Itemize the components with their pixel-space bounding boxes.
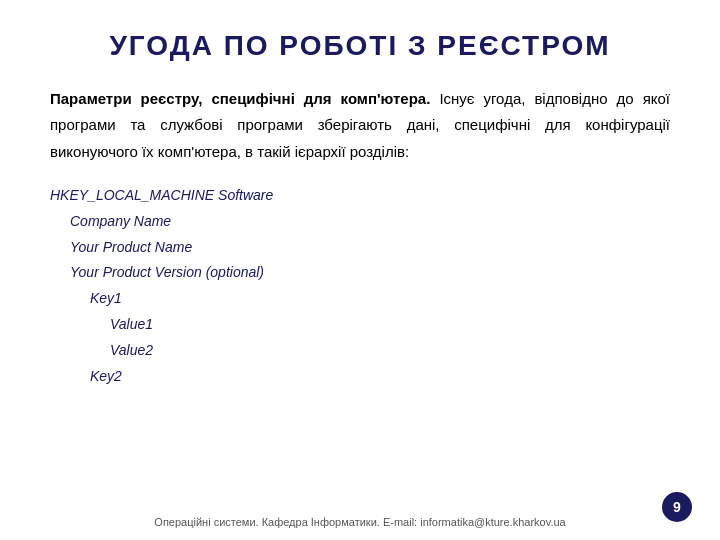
registry-line-3: Your Product Name <box>70 235 670 261</box>
page-number: 9 <box>662 492 692 522</box>
footer-text: Операційні системи. Кафедра Інформатики.… <box>0 516 720 528</box>
slide: УГОДА ПО РОБОТІ З РЕЄСТРОМ Параметри реє… <box>0 0 720 540</box>
registry-line-2: Company Name <box>70 209 670 235</box>
slide-title: УГОДА ПО РОБОТІ З РЕЄСТРОМ <box>50 30 670 62</box>
registry-line-7: Value2 <box>110 338 670 364</box>
registry-line-5: Key1 <box>90 286 670 312</box>
body-paragraph: Параметри реєстру, специфічні для комп'ю… <box>50 86 670 165</box>
registry-line-4: Your Product Version (optional) <box>70 260 670 286</box>
registry-line-1: HKEY_LOCAL_MACHINE Software <box>50 183 670 209</box>
registry-line-8: Key2 <box>90 364 670 390</box>
bold-intro: Параметри реєстру, специфічні для комп'ю… <box>50 90 430 107</box>
registry-line-6: Value1 <box>110 312 670 338</box>
registry-tree: HKEY_LOCAL_MACHINE Software Company Name… <box>50 183 670 390</box>
